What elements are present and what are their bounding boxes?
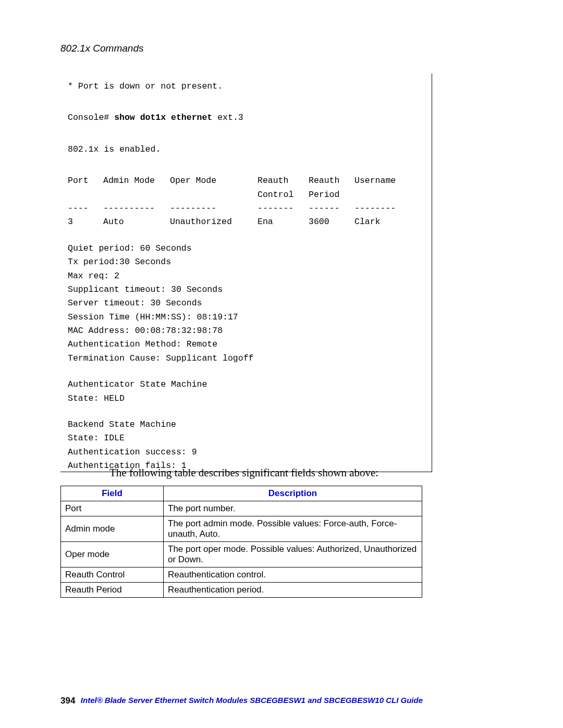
console-command: Console# show dot1x ethernet ext.3 <box>68 111 427 125</box>
table-row: PortThe port number. <box>61 501 422 516</box>
asm-title: Authenticator State Machine <box>68 378 427 391</box>
detail-max-req: Max req: 2 <box>68 269 427 283</box>
table-row: Admin modeThe port admin mode. Possible … <box>61 516 422 542</box>
table-header-row1: PortAdmin ModeOper ModeReauthReauthUsern… <box>68 174 427 188</box>
section-header: 802.1x Commands <box>60 43 143 54</box>
table-caption: The following table describes significan… <box>109 466 378 479</box>
page-footer: 394 Intel® Blade Server Ethernet Switch … <box>60 696 423 706</box>
field-description-table: Field Description PortThe port number. A… <box>60 486 422 598</box>
detail-auth-method: Authentication Method: Remote <box>68 338 427 351</box>
table-header-row2: ControlPeriod <box>68 188 427 202</box>
detail-quiet-period: Quiet period: 60 Seconds <box>68 242 427 255</box>
detail-tx-period: Tx period:30 Seconds <box>68 255 427 269</box>
th-description: Description <box>164 486 422 501</box>
page-number: 394 <box>60 696 75 706</box>
table-separator: ----------------------------------------… <box>68 202 427 215</box>
footer-title: Intel® Blade Server Ethernet Switch Modu… <box>81 696 423 706</box>
command-arg: ext.3 <box>217 113 243 122</box>
status-enabled: 802.1x is enabled. <box>68 143 427 156</box>
detail-mac-address: MAC Address: 00:08:78:32:98:78 <box>68 324 427 338</box>
detail-supplicant-timeout: Supplicant timeout: 30 Seconds <box>68 283 427 297</box>
console-note: * Port is down or not present. <box>68 80 427 93</box>
detail-server-timeout: Server timeout: 30 Seconds <box>68 297 427 310</box>
console-prompt: Console# <box>68 113 114 122</box>
table-row: Reauth PeriodReauthentication period. <box>61 583 422 598</box>
detail-termination-cause: Termination Cause: Supplicant logoff <box>68 352 427 365</box>
th-field: Field <box>61 486 164 501</box>
asm-state: State: HELD <box>68 392 427 405</box>
command-name: show dot1x ethernet <box>114 113 217 122</box>
table-row: Reauth ControlReauthentication control. <box>61 567 422 583</box>
bsm-state: State: IDLE <box>68 431 427 445</box>
bsm-auth-success: Authentication success: 9 <box>68 446 427 459</box>
bsm-title: Backend State Machine <box>68 418 427 431</box>
table-data-row: 3AutoUnauthorizedEna3600Clark <box>68 215 427 229</box>
table-row: Oper modeThe port oper mode. Possible va… <box>61 542 422 567</box>
detail-session-time: Session Time (HH:MM:SS): 08:19:17 <box>68 311 427 324</box>
console-output: * Port is down or not present. Console# … <box>60 73 432 472</box>
